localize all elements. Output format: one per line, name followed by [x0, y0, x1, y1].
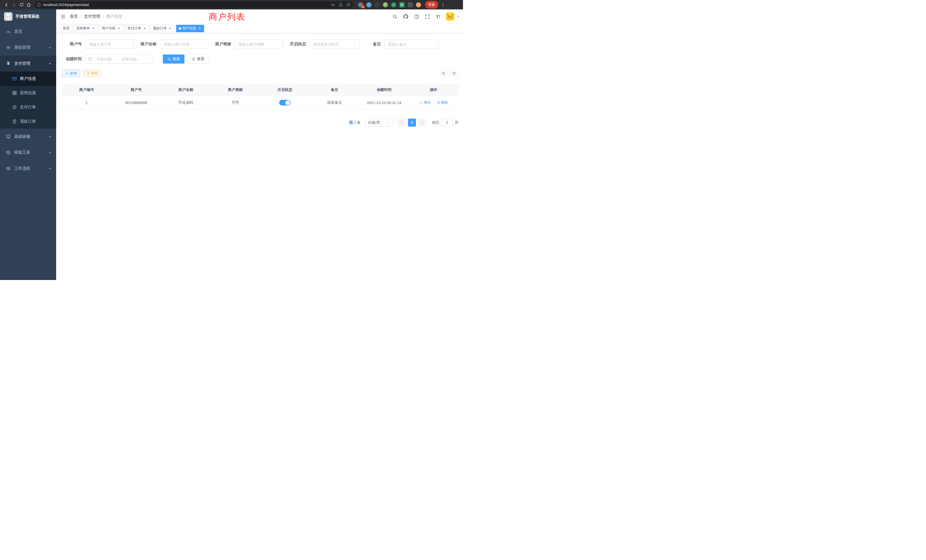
search-button[interactable]: 搜索	[163, 54, 185, 64]
filter-full-name: 商户全称	[141, 39, 209, 49]
breadcrumb-item-payment[interactable]: 支付管理	[84, 14, 100, 19]
browser-back-button[interactable]	[3, 1, 10, 9]
sidebar-item-system[interactable]: 系统管理	[0, 39, 56, 56]
search-icon	[442, 71, 445, 75]
filter-remark: 备注	[373, 39, 439, 49]
goto-label: 前往	[432, 120, 439, 125]
merchant-no-input[interactable]	[85, 39, 134, 49]
page-number-button[interactable]: 1	[408, 119, 416, 127]
sidebar-item-label: 系统管理	[14, 45, 45, 50]
url-text[interactable]: localhost:1024/pay/merchant	[43, 3, 89, 7]
breadcrumb-item-home[interactable]: 首页	[70, 14, 78, 19]
password-key-icon[interactable]	[331, 3, 335, 7]
avatar-dropdown-caret[interactable]	[457, 15, 460, 18]
remark-input[interactable]	[384, 39, 439, 49]
end-date-input[interactable]	[118, 57, 140, 61]
sidebar-item-home[interactable]: 首页	[0, 24, 56, 39]
filter-label: 备注	[373, 42, 384, 47]
browser-extension-icon[interactable]: ✓	[391, 2, 396, 8]
browser-update-button[interactable]: 更新	[425, 1, 438, 9]
browser-extension-icon[interactable]	[399, 2, 404, 8]
browser-extension-icon[interactable]	[383, 2, 388, 8]
status-select[interactable]	[309, 39, 359, 49]
tab-process-form[interactable]: 流程表单 ×	[74, 25, 98, 32]
sidebar-item-label: 工作流程	[14, 166, 45, 171]
sidebar-item-refund-order[interactable]: 退款订单	[0, 114, 56, 129]
sidebar-item-payment[interactable]: ¥ 支付管理	[0, 56, 56, 71]
help-button[interactable]	[412, 12, 421, 21]
sidebar-item-infrastructure[interactable]: 基础设施	[0, 129, 56, 145]
select-caret-icon	[387, 121, 390, 124]
share-icon[interactable]	[339, 3, 343, 7]
column-header: 商户编号	[62, 84, 112, 95]
full-name-input[interactable]	[160, 39, 209, 49]
edit-link[interactable]: 修改	[419, 100, 431, 105]
tab-close-icon[interactable]: ×	[198, 27, 201, 30]
font-size-button[interactable]: TT	[433, 12, 443, 21]
sidebar-item-dev-tools[interactable]: 研发工具	[0, 145, 56, 160]
tab-close-icon[interactable]: ×	[168, 27, 172, 30]
fullscreen-button[interactable]	[422, 12, 432, 21]
sidebar-item-label: 退款订单	[20, 119, 36, 124]
pagination: 共 1 条 10条/页 1 前往	[62, 119, 458, 127]
export-button[interactable]: 导出	[83, 69, 101, 77]
fullscreen-icon	[425, 14, 430, 19]
browser-home-button[interactable]	[25, 1, 32, 9]
goto-page-input[interactable]	[441, 119, 453, 126]
page-size-select[interactable]: 10条/页	[365, 119, 393, 127]
tab-merchant-info[interactable]: 商户信息 ×	[176, 25, 204, 32]
browser-extension-icon[interactable]	[416, 2, 421, 8]
sidebar-item-label: 支付订单	[20, 104, 36, 110]
question-circle-icon	[414, 14, 419, 19]
browser-extension-icon[interactable]: 10	[358, 2, 363, 8]
tab-home[interactable]: 首页	[60, 25, 72, 32]
breadcrumb-separator: /	[80, 14, 82, 19]
sidebar-logo[interactable]: 芋道管理系统	[0, 9, 56, 24]
tab-close-icon[interactable]: ×	[91, 27, 95, 30]
prev-page-button[interactable]	[398, 119, 406, 127]
merchant-table: 商户编号 商户号 商户全称 商户简称 开启状态 备注 创建时间 操作 1 M23…	[62, 84, 458, 110]
user-avatar[interactable]	[446, 12, 454, 21]
next-page-button[interactable]	[418, 119, 426, 127]
sidebar-item-label: 基础设施	[14, 134, 45, 139]
filter-label: 商户号	[62, 42, 85, 47]
filter-row-2: 创建时间 - 搜索 重置	[62, 54, 458, 64]
tab-label: 首页	[63, 26, 70, 31]
cell-short-name: 芋艿	[211, 95, 260, 110]
refresh-table-button[interactable]	[450, 70, 458, 77]
filter-label: 创建时间	[62, 56, 85, 62]
sidebar-item-workflow[interactable]: 工作流程	[0, 160, 56, 177]
start-date-input[interactable]	[93, 57, 115, 61]
github-button[interactable]	[401, 12, 410, 21]
browser-extension-icon[interactable]	[375, 2, 380, 8]
date-range-picker[interactable]: -	[85, 54, 153, 64]
site-info-icon[interactable]	[37, 3, 41, 7]
browser-menu-button[interactable]	[441, 3, 445, 7]
browser-reload-button[interactable]	[18, 1, 25, 9]
tab-label: 支付订单	[127, 26, 141, 31]
sidebar-item-pay-order[interactable]: 支付订单	[0, 100, 56, 114]
table-toolbar: ＋ 新增 导出	[62, 69, 458, 77]
sidebar-item-merchant-info[interactable]: 商户信息	[0, 71, 56, 86]
sidebar-fold-button[interactable]	[56, 14, 70, 19]
header-search-button[interactable]	[390, 12, 400, 21]
toggle-search-button[interactable]	[440, 70, 447, 77]
reload-icon	[20, 3, 24, 7]
tab-close-icon[interactable]: ×	[142, 27, 147, 30]
bookmark-star-icon[interactable]	[346, 3, 351, 7]
sidebar-item-app-info[interactable]: 应用信息	[0, 86, 56, 100]
add-button[interactable]: ＋ 新增	[62, 69, 80, 77]
browser-forward-button[interactable]	[10, 1, 18, 9]
short-name-input[interactable]	[235, 39, 283, 49]
tab-pay-order[interactable]: 支付订单 ×	[125, 25, 149, 32]
delete-link[interactable]: 删除	[437, 100, 448, 105]
tab-close-icon[interactable]: ×	[117, 27, 121, 30]
status-toggle[interactable]	[279, 100, 291, 106]
address-bar[interactable]: localhost:1024/pay/merchant	[34, 2, 354, 8]
browser-extension-icon[interactable]	[408, 2, 413, 8]
browser-extension-icon[interactable]	[366, 2, 371, 8]
infrastructure-icon	[6, 134, 11, 139]
tab-refund-order[interactable]: 退款订单 ×	[151, 25, 175, 32]
tab-user-group[interactable]: 用户分组 ×	[99, 25, 123, 32]
reset-button[interactable]: 重置	[187, 54, 209, 64]
